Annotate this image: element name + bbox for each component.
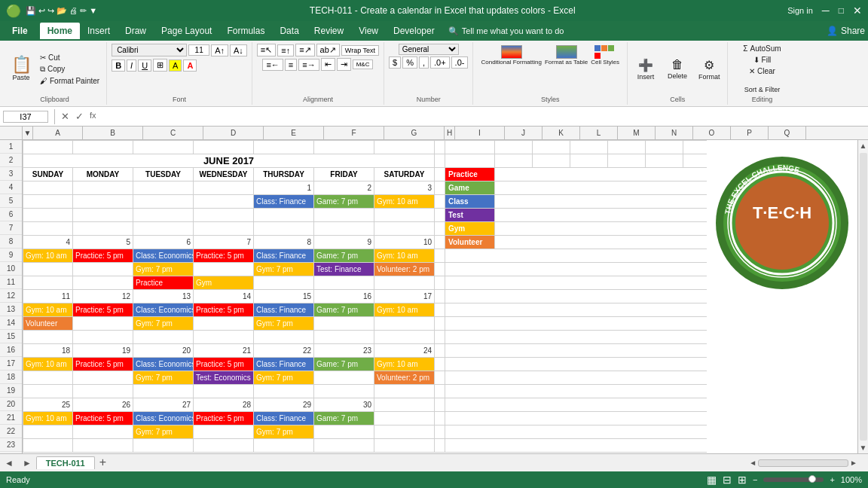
cell-I9-Q9[interactable] [445,249,708,263]
cell-I10-Q10[interactable] [445,263,708,276]
cell-I17-Q17[interactable] [445,358,708,371]
cell-H14[interactable] [435,317,445,331]
cell-J3-P3[interactable] [495,168,708,181]
italic-button[interactable]: I [127,59,136,72]
cell-F8[interactable]: 9 [314,236,374,249]
cell-H5[interactable] [435,195,445,209]
cell-A17[interactable]: Gym: 10 am [23,358,73,371]
cell-E13[interactable]: Class: Finance [254,303,314,317]
cell-F7[interactable] [314,222,374,236]
cell-C14[interactable]: Gym: 7 pm [133,317,194,331]
cell-D22[interactable] [194,425,254,439]
cell-H7[interactable] [435,222,445,236]
cell-B7[interactable] [73,222,133,236]
cell-D5[interactable] [194,195,254,209]
tab-review[interactable]: Review [307,23,351,39]
cell-L1[interactable] [570,141,608,154]
cell-A23[interactable] [23,439,73,453]
cell-E6[interactable] [254,209,314,222]
cut-button[interactable]: ✂ Cut [38,53,102,63]
cell-F1[interactable] [314,141,374,154]
cell-B8[interactable]: 5 [73,236,133,249]
cell-E21[interactable]: Class: Finance [254,412,314,425]
col-header-B[interactable]: B [83,127,143,139]
zoom-slider[interactable] [763,477,824,482]
cell-B21[interactable]: Practice: 5 pm [73,412,133,425]
col-header-A[interactable]: A [33,127,83,139]
indent-decrease-button[interactable]: ⇤ [321,58,335,71]
merge-center-button[interactable]: M&C [353,59,374,69]
fill-button[interactable]: ⬇ Fill [751,55,774,65]
copy-button[interactable]: ⧉ Copy [38,64,102,75]
cell-A14[interactable]: Volunteer [23,317,73,331]
fill-color-button[interactable]: A [169,59,182,72]
cell-H9[interactable] [435,249,445,263]
sheet-tab-tech011[interactable]: TECH-011 [36,456,95,469]
cell-F16[interactable]: 23 [314,344,374,358]
cell-C1[interactable] [133,141,194,154]
font-size-input[interactable] [188,44,209,56]
cell-C10[interactable]: Gym: 7 pm [133,263,194,276]
cell-I12-Q12[interactable] [445,290,708,303]
cell-G3[interactable]: SATURDAY [374,168,435,181]
col-header-Q[interactable]: Q [769,127,806,139]
scroll-down-btn[interactable]: ▼ [858,442,868,453]
cell-E14[interactable]: Gym: 7 pm [254,317,314,331]
cell-C15[interactable] [133,331,194,344]
cancel-icon[interactable]: ✕ [61,111,69,122]
col-header-F[interactable]: F [324,127,384,139]
align-top-left-button[interactable]: ≡↖ [257,44,276,56]
cell-D23[interactable] [194,439,254,453]
cell-K1[interactable] [533,141,570,154]
cell-E23[interactable] [254,439,314,453]
cell-C11[interactable]: Practice [133,276,194,290]
align-right-button[interactable]: ≡→ [298,59,319,71]
comma-button[interactable]: , [419,56,429,69]
cell-I21-Q21[interactable] [445,412,708,425]
wrap-text-button[interactable]: Wrap Text [341,45,379,56]
cell-E22[interactable]: Gym: 7 pm [254,425,314,439]
cell-G11[interactable] [374,276,435,290]
view-page-layout-icon[interactable]: ⊟ [723,474,732,486]
delete-button[interactable]: 🗑 Delete [664,56,691,81]
cell-G1[interactable] [374,141,435,154]
cell-C16[interactable]: 20 [133,344,194,358]
cell-D9[interactable]: Practice: 5 pm [194,249,254,263]
col-header-I[interactable]: I [455,127,505,139]
cell-J7-P7[interactable] [495,222,708,236]
col-header-O[interactable]: O [693,127,731,139]
cell-I22-Q22[interactable] [445,425,708,439]
font-family-select[interactable]: Calibri [112,44,187,56]
cell-A19[interactable] [23,385,73,398]
cell-A18[interactable] [23,371,73,385]
cell-D16[interactable]: 21 [194,344,254,358]
cell-H17[interactable] [435,358,445,371]
tab-draw[interactable]: Draw [118,23,154,39]
cell-D6[interactable] [194,209,254,222]
cell-B1[interactable] [73,141,133,154]
align-top-right-button[interactable]: ≡↗ [295,44,314,56]
cell-O1[interactable] [683,141,708,154]
cell-F3[interactable]: FRIDAY [314,168,374,181]
orientation-button[interactable]: ab↗ [316,44,340,56]
name-box[interactable] [3,111,48,123]
clear-button[interactable]: ✕ Clear [747,66,778,76]
zoom-slider-thumb[interactable] [808,475,816,483]
cell-A20[interactable]: 25 [23,398,73,412]
cell-F13[interactable]: Game: 7 pm [314,303,374,317]
cell-N2[interactable] [646,154,683,168]
cell-D3[interactable]: WEDNESDAY [194,168,254,181]
format-button[interactable]: ⚙ Format [695,56,723,82]
col-header-D[interactable]: D [203,127,264,139]
border-button[interactable]: ⊞ [153,59,167,72]
cell-E15[interactable] [254,331,314,344]
conditional-formatting-button[interactable]: Conditional Formatting Format as Table C… [478,44,622,67]
tab-file[interactable]: File [3,23,37,39]
cell-A4[interactable] [23,181,73,195]
cell-A9[interactable]: Gym: 10 am [23,249,73,263]
cell-H15[interactable] [435,331,445,344]
cell-F9[interactable]: Game: 7 pm [314,249,374,263]
cell-I1[interactable] [445,141,495,154]
insert-button[interactable]: ➕ Insert [632,56,659,82]
cell-G10[interactable]: Volunteer: 2 pm [374,263,435,276]
